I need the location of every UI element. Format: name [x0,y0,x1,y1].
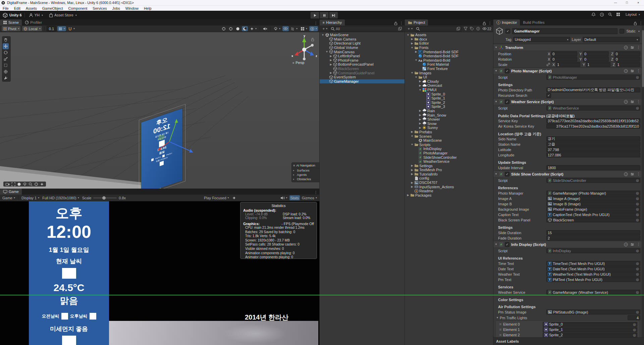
project-item-pretendard-bold[interactable]: ▼AaPretendard-Bold [405,58,493,63]
project-item-infodisplay[interactable]: #InfoDisplay [405,147,493,151]
project-item-shower[interactable]: ▶Shower [405,117,493,122]
scale-y-field[interactable]: 1 [586,62,610,67]
component-enabled-checkbox[interactable]: ✓ [505,172,509,177]
foldout-arrow-icon[interactable]: ▼ [410,46,414,49]
fx-icon[interactable] [40,182,44,186]
hierarchy-item-directional-light[interactable]: Directional Light [320,41,405,46]
maximize-button[interactable]: □ [621,0,633,5]
scale-z-field[interactable]: 1 [616,62,640,67]
weather-text-field[interactable]: TWeatherText (Text Mesh Pro UGUI)◎ [546,272,640,277]
object-picker-icon[interactable]: ◎ [636,202,639,206]
array-size-field[interactable]: 4 [628,315,640,320]
play-focused-dropdown[interactable]: Play Focused▾ [203,195,230,200]
object-picker-icon[interactable]: ◎ [636,218,639,222]
menu-component[interactable]: Component [65,6,90,11]
foldout-arrow-icon[interactable]: ▶ [329,63,333,66]
object-picker-icon[interactable]: ◎ [636,213,639,216]
rotation-x-field[interactable]: 0 [551,57,577,62]
project-item-readme[interactable]: Readme [405,189,493,193]
foldout-arrow-icon[interactable]: ▶ [410,181,414,184]
rotation-z-field[interactable]: 0 [614,57,640,62]
project-item-fonts[interactable]: ▼Fonts [405,46,493,50]
foldout-arrow-icon[interactable]: ▼ [495,69,497,72]
target-icon[interactable] [34,182,38,186]
object-picker-icon[interactable]: ◎ [636,197,639,200]
project-item-snow[interactable]: ▶Snow [405,121,493,126]
update-interval-field[interactable]: 1800 [546,165,640,170]
tool-settings-button[interactable] [221,26,227,31]
array-element-element-1[interactable]: =Element 1Sprite_1◎ [496,327,639,332]
play-button[interactable] [310,12,319,19]
foldout-arrow-icon[interactable]: ▶ [418,109,422,112]
project-item-config[interactable]: config [405,176,493,181]
search-by-type-icon[interactable] [463,27,468,30]
layout-dropdown[interactable]: Layout ▾ [624,12,641,17]
project-item-sprite-0[interactable]: Sprite_0 [405,92,493,96]
project-item-textmesh-pro[interactable]: ▶TextMesh Pro [405,168,493,172]
scale-x-field[interactable]: 1 [556,62,580,67]
pm-status-image-field[interactable]: PMStatusBG (Image)◎ [546,309,640,315]
inspector-scrollbar-thumb[interactable] [642,30,644,87]
component-kebab-icon[interactable]: ⋮ [637,69,640,73]
object-picker-icon[interactable]: ◎ [636,207,639,211]
foldout-arrow-icon[interactable]: ▼ [495,172,497,176]
foldout-arrow-icon[interactable]: ▶ [418,122,422,125]
pm-text-field[interactable]: TPMText (Text Mesh Pro UGUI)◎ [546,277,640,282]
hierarchy-kebab-icon[interactable]: ⋮ [399,21,403,25]
scale-slider[interactable] [93,198,117,198]
position-z-field[interactable]: 0 [614,51,640,56]
object-picker-icon[interactable]: ◎ [636,191,639,195]
component-header-slide-show-controller-script-[interactable]: ▼#✓Slide Show Controller (Script)?⋮ [493,170,642,178]
notifications-icon[interactable] [591,12,596,17]
tab-hierarchy[interactable]: ≡ Hierarchy [320,19,345,25]
latitude-field[interactable]: 37.798 [546,147,640,152]
zoom-icon[interactable] [29,182,33,186]
component-enabled-checkbox[interactable]: ✓ [505,69,509,73]
capture-button[interactable] [231,195,237,200]
hierarchy-lock-icon[interactable] [394,21,397,25]
bulb-icon[interactable] [23,182,27,186]
project-add-button[interactable]: ＋▾ [406,26,413,31]
element-2-field[interactable]: Sprite_2◎ [543,333,637,338]
static-dropdown-icon[interactable]: ▾ [638,30,640,33]
menu-help[interactable]: Help [141,6,154,11]
pause-button[interactable] [320,12,329,19]
foldout-arrow-icon[interactable]: ▶ [329,71,333,74]
project-item-ui[interactable]: ▼UI [405,75,493,79]
menu-edit[interactable]: Edit [11,6,23,11]
project-item-font-material[interactable]: Font Material [405,62,493,67]
time-text-field[interactable]: TTimeText (Text Mesh Pro UGUI)◎ [546,261,640,266]
component-header-weather-service-script-[interactable]: ▼#✓Weather Service (Script)?⋮ [493,98,642,105]
drag-handle-icon[interactable]: = [498,328,503,332]
object-picker-icon[interactable]: ◎ [636,262,639,265]
hierarchy-search-input[interactable]: All [329,26,404,31]
project-item-pretendard-bold-sdf[interactable]: Pretendard-Bold SDF [405,54,493,58]
foldout-arrow-icon[interactable]: ▶ [410,130,414,133]
foldout-arrow-icon[interactable]: ▶ [418,80,422,83]
ai-nav-item-surfaces[interactable]: ▸Surfaces [293,168,319,172]
ai-nav-item-agents[interactable]: ▸Agents [293,172,319,177]
hierarchy-item-commandguidepanel[interactable]: ▶CommandGuidePanel [320,71,405,75]
foldout-arrow-icon[interactable]: ▼ [414,76,418,79]
component-kebab-icon[interactable]: ⋮ [637,99,640,104]
array-element-element-0[interactable]: =Element 0Sprite_0◎ [496,322,639,327]
help-icon[interactable]: ? [624,46,628,50]
project-item-sprite-2[interactable]: Sprite_2 [405,100,493,105]
component-header-transform[interactable]: ▼Transform?⋮ [493,44,642,51]
link-icon[interactable] [546,63,550,66]
preset-icon[interactable] [630,69,634,73]
rotation-y-field[interactable]: 0 [583,57,609,62]
date-text-field[interactable]: TDateText (Text Mesh Pro UGUI)◎ [546,266,640,271]
foldout-arrow-icon[interactable]: ▼ [495,243,497,246]
foldout-arrow-icon[interactable]: ▶ [329,59,333,62]
object-picker-icon[interactable]: ◎ [636,272,639,276]
menu-assets[interactable]: Assets [23,6,40,11]
foldout-arrow-icon[interactable]: ▼ [410,143,414,146]
foldout-arrow-icon[interactable]: ▶ [418,126,422,129]
search-by-label-icon[interactable] [469,27,475,30]
effects-dropdown[interactable]: ▾ [249,26,258,31]
project-item-scripts[interactable]: ▼Scripts [405,142,493,147]
preset-icon[interactable] [630,243,634,247]
asset-labels-bar[interactable]: Asset Labels [493,337,644,345]
menu-services[interactable]: Services [90,6,109,11]
